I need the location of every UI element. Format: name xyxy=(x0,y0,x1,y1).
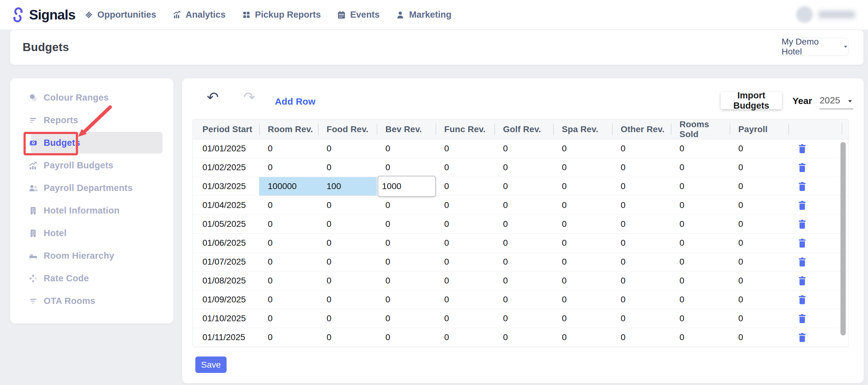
table-cell[interactable]: 0 xyxy=(436,271,494,290)
table-cell[interactable]: 0 xyxy=(259,158,318,177)
cell-edit-input[interactable] xyxy=(378,181,432,192)
table-cell[interactable]: 0 xyxy=(671,139,730,158)
delete-row-button[interactable] xyxy=(798,332,807,343)
table-cell[interactable]: 0 xyxy=(436,139,494,158)
table-cell[interactable]: 0 xyxy=(553,328,612,347)
table-cell[interactable]: 0 xyxy=(318,234,377,252)
table-cell-period-start[interactable]: 01/09/2025 xyxy=(193,290,259,309)
table-cell[interactable]: 0 xyxy=(730,139,788,158)
table-cell[interactable]: 0 xyxy=(671,215,730,233)
table-scrollbar-thumb[interactable] xyxy=(840,142,846,335)
hotel-selector-button[interactable]: My Demo Hotel xyxy=(781,38,848,56)
table-cell[interactable]: 0 xyxy=(671,328,730,347)
import-budgets-button[interactable]: Import Budgets xyxy=(721,92,782,109)
nav-item-pickup-reports[interactable]: Pickup Reports xyxy=(242,9,321,20)
table-cell[interactable]: 0 xyxy=(259,328,318,347)
table-cell[interactable]: 0 xyxy=(259,196,318,215)
table-cell[interactable]: 0 xyxy=(671,158,730,177)
table-cell[interactable]: 0 xyxy=(671,290,730,309)
delete-row-button[interactable] xyxy=(798,276,807,286)
table-cell[interactable]: 0 xyxy=(553,158,612,177)
table-cell[interactable]: 0 xyxy=(612,328,671,347)
table-cell[interactable]: 0 xyxy=(436,215,494,233)
table-cell[interactable]: 0 xyxy=(259,139,318,158)
table-cell[interactable]: 0 xyxy=(377,139,436,158)
table-cell[interactable]: 0 xyxy=(318,328,377,347)
add-row-button[interactable]: Add Row xyxy=(275,96,315,107)
table-cell[interactable]: 0 xyxy=(494,215,553,233)
table-cell[interactable]: 0 xyxy=(553,177,612,196)
table-cell[interactable]: 0 xyxy=(612,177,671,196)
table-cell[interactable]: 0 xyxy=(377,253,436,271)
table-cell[interactable]: 0 xyxy=(612,271,671,290)
table-cell[interactable]: 0 xyxy=(259,234,318,252)
table-cell[interactable]: 0 xyxy=(318,309,377,328)
table-cell[interactable]: 0 xyxy=(553,309,612,328)
undo-button[interactable]: ↶ xyxy=(207,90,219,104)
sidebar-item-hotel[interactable]: Hotel xyxy=(10,222,173,245)
table-cell[interactable]: 0 xyxy=(553,196,612,215)
table-cell-editing[interactable] xyxy=(377,177,436,196)
delete-row-button[interactable] xyxy=(798,181,807,192)
table-cell[interactable]: 0 xyxy=(671,196,730,215)
table-cell[interactable]: 0 xyxy=(259,253,318,271)
table-cell-period-start[interactable]: 01/04/2025 xyxy=(193,196,259,215)
sidebar-item-payroll-departments[interactable]: Payroll Departments xyxy=(10,177,173,199)
table-cell[interactable]: 0 xyxy=(259,309,318,328)
table-cell[interactable]: 0 xyxy=(730,328,788,347)
table-cell[interactable]: 0 xyxy=(494,271,553,290)
table-cell[interactable]: 0 xyxy=(259,215,318,233)
table-cell[interactable]: 0 xyxy=(730,158,788,177)
table-cell[interactable]: 0 xyxy=(259,271,318,290)
table-cell[interactable]: 0 xyxy=(436,309,494,328)
table-cell[interactable]: 0 xyxy=(730,309,788,328)
sidebar-item-ota-rooms[interactable]: OTA Rooms xyxy=(10,290,173,312)
table-cell[interactable]: 0 xyxy=(436,158,494,177)
table-cell[interactable]: 0 xyxy=(318,215,377,233)
table-cell[interactable]: 0 xyxy=(318,196,377,215)
sidebar-item-budgets[interactable]: Budgets xyxy=(10,131,173,154)
table-cell[interactable]: 0 xyxy=(553,234,612,252)
table-cell[interactable]: 0 xyxy=(436,196,494,215)
sidebar-item-reports[interactable]: Reports xyxy=(10,109,173,131)
table-cell[interactable]: 0 xyxy=(494,309,553,328)
table-cell-period-start[interactable]: 01/06/2025 xyxy=(193,234,259,252)
table-cell[interactable]: 0 xyxy=(377,196,436,215)
table-cell[interactable]: 0 xyxy=(377,309,436,328)
sidebar-item-rate-code[interactable]: Rate Code xyxy=(10,267,173,290)
table-cell[interactable]: 0 xyxy=(671,253,730,271)
table-cell[interactable]: 0 xyxy=(318,158,377,177)
year-select[interactable]: 2025 xyxy=(819,95,853,109)
table-cell[interactable]: 0 xyxy=(318,253,377,271)
nav-item-events[interactable]: Events xyxy=(337,9,379,20)
table-cell-period-start[interactable]: 01/08/2025 xyxy=(193,271,259,290)
table-cell[interactable]: 0 xyxy=(671,309,730,328)
delete-row-button[interactable] xyxy=(798,295,807,305)
table-cell[interactable]: 0 xyxy=(612,253,671,271)
table-cell[interactable]: 0 xyxy=(730,177,788,196)
table-cell[interactable]: 0 xyxy=(612,158,671,177)
nav-item-marketing[interactable]: Marketing xyxy=(396,9,451,20)
nav-item-opportunities[interactable]: Opportunities xyxy=(84,9,156,20)
table-cell[interactable]: 0 xyxy=(377,158,436,177)
table-cell[interactable]: 0 xyxy=(612,290,671,309)
table-cell[interactable]: 0 xyxy=(494,328,553,347)
table-cell[interactable]: 0 xyxy=(494,290,553,309)
delete-row-button[interactable] xyxy=(798,314,807,324)
table-cell[interactable]: 0 xyxy=(730,215,788,233)
table-cell[interactable]: 0 xyxy=(377,271,436,290)
account-menu[interactable] xyxy=(796,6,855,23)
table-cell[interactable]: 0 xyxy=(553,271,612,290)
delete-row-button[interactable] xyxy=(798,219,807,229)
table-cell[interactable]: 0 xyxy=(377,215,436,233)
delete-row-button[interactable] xyxy=(798,162,807,173)
delete-row-button[interactable] xyxy=(798,200,807,211)
table-cell[interactable]: 0 xyxy=(436,177,494,196)
nav-item-analytics[interactable]: Analytics xyxy=(173,9,226,20)
table-cell[interactable]: 0 xyxy=(730,196,788,215)
table-cell-period-start[interactable]: 01/11/2025 xyxy=(193,328,259,347)
table-cell[interactable]: 0 xyxy=(494,234,553,252)
table-cell-period-start[interactable]: 01/10/2025 xyxy=(193,309,259,328)
table-cell-highlighted[interactable]: 100000 xyxy=(259,177,318,196)
delete-row-button[interactable] xyxy=(798,143,807,154)
